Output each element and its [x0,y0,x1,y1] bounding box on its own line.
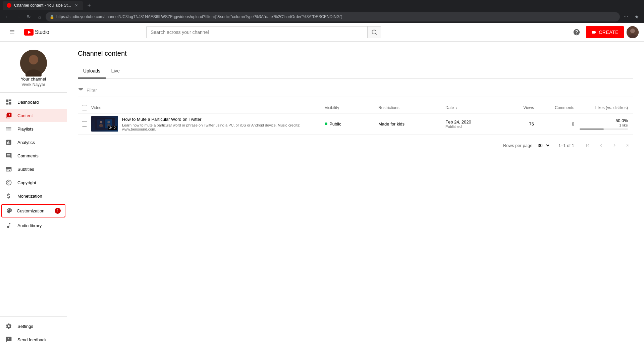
table-row: 3:12 How to Mute a Particular Word on Tw… [78,113,633,135]
hamburger-button[interactable]: ☰ [5,26,19,39]
search-icon [371,29,377,35]
sidebar-nav: Dashboard Content Playlists [0,93,67,316]
sidebar-item-subtitles[interactable]: Subtitles [0,162,67,176]
back-button[interactable]: ← [3,12,12,21]
sidebar-item-playlists[interactable]: Playlists [0,122,67,136]
svg-point-13 [100,121,103,123]
row-comments: 0 [539,121,580,127]
top-bar: ☰ Studio [0,23,644,42]
filter-bar [78,84,633,97]
sidebar-item-monetization[interactable]: Monetization [0,189,67,203]
tabs-bar: Uploads Live [78,64,633,79]
video-info: How to Mute a Particular Word on Twitter… [122,117,325,131]
sidebar-item-label-subtitles: Subtitles [17,167,61,172]
next-page-button[interactable] [609,140,620,151]
search-input-wrapper [146,26,381,38]
svg-point-8 [29,55,38,64]
thumbnail-duration: 3:12 [108,126,117,130]
browser-chrome: Channel content - YouTube St... ✕ + ← → … [0,0,644,23]
channel-info: Your channel Vivek Nayyar [0,42,67,93]
row-check [78,121,91,127]
customization-icon [6,207,13,214]
select-all-checkbox[interactable] [82,105,87,110]
tab-uploads[interactable]: Uploads [78,64,106,79]
sidebar-item-dashboard[interactable]: Dashboard [0,95,67,109]
forward-button[interactable]: → [13,12,23,21]
content-icon [5,112,12,119]
row-views: 76 [506,121,539,127]
last-page-button[interactable] [623,140,633,151]
refresh-button[interactable]: ↻ [24,12,34,21]
prev-page-button[interactable] [596,140,606,151]
create-button[interactable]: CREATE [586,26,624,38]
send-feedback-icon [5,336,12,343]
rows-per-page-select[interactable]: 30 50 100 [536,143,550,148]
sidebar-item-settings[interactable]: Settings [0,319,67,333]
header-visibility: Visibility [325,105,378,110]
bookmark-button[interactable]: ★ [632,12,641,21]
studio-logo-text: Studio [35,29,49,35]
tab-close-button[interactable]: ✕ [74,3,79,8]
search-button[interactable] [367,26,381,38]
tab-live[interactable]: Live [106,64,125,79]
svg-point-15 [107,121,110,123]
sidebar-item-customization[interactable]: Customization 1 [1,204,65,217]
search-input[interactable] [147,27,367,38]
visibility-dot [325,122,327,125]
header-date-label: Date [445,105,454,110]
page-title: Channel content [78,50,633,57]
create-label: CREATE [599,30,619,35]
monetization-icon [5,193,12,199]
new-tab-button[interactable]: + [85,1,94,10]
likes-fill [580,129,604,130]
logo-area[interactable]: Studio [24,29,49,36]
extensions-button[interactable]: ⋯ [621,12,631,21]
header-date[interactable]: Date ↓ [445,105,506,110]
help-button[interactable] [570,26,583,39]
sidebar-item-audio-library[interactable]: Audio library [0,219,67,232]
address-bar[interactable]: 🔒 https://studio.youtube.com/channel/UC3… [46,12,620,21]
hamburger-icon: ☰ [9,29,15,36]
video-desc: Learn how to mute a particular word or p… [122,123,325,131]
pagination-bar: Rows per page: 30 50 100 1–1 of 1 [78,135,633,156]
customization-badge: 1 [55,208,61,214]
svg-line-3 [375,33,376,34]
svg-point-14 [99,124,103,127]
row-video: 3:12 How to Mute a Particular Word on Tw… [91,116,325,132]
browser-actions: ⋯ ★ [621,12,641,21]
browser-tab-active[interactable]: Channel content - YouTube St... ✕ [3,1,83,10]
filter-input[interactable] [87,88,633,93]
home-button[interactable]: ⌂ [35,12,44,21]
sidebar-item-copyright[interactable]: Copyright [0,176,67,189]
audio-library-icon [5,222,12,229]
header-comments: Comments [539,105,580,110]
first-page-button[interactable] [582,140,593,151]
tab-bar: Channel content - YouTube St... ✕ + [0,0,644,11]
row-checkbox[interactable] [82,121,87,127]
sidebar-item-send-feedback[interactable]: Send feedback [0,333,67,346]
sidebar-item-label-monetization: Monetization [17,194,61,199]
settings-icon [5,323,12,330]
header-video: Video [91,105,325,110]
lock-icon: 🔒 [50,15,54,19]
user-avatar[interactable] [627,26,639,38]
likes-count: 1 like [580,123,628,127]
youtube-logo-icon [24,29,34,36]
row-date: Feb 24, 2020 Published [445,119,506,129]
copyright-icon [5,179,12,186]
sidebar-item-label-comments: Comments [17,153,61,158]
rows-per-page-label: Rows per page: [503,143,534,148]
channel-handle: Vivek Nayyar [21,82,45,87]
sidebar-item-comments[interactable]: Comments [0,149,67,162]
filter-icon[interactable] [78,87,84,94]
tab-title: Channel content - YouTube St... [14,3,71,8]
sidebar-item-content[interactable]: Content [0,109,67,122]
row-likes: 50.0% 1 like [580,118,633,130]
sidebar-item-label-copyright: Copyright [17,180,61,185]
table-container: Video Visibility Restrictions Date ↓ Vie… [78,102,633,135]
page-range: 1–1 of 1 [558,143,574,148]
sort-icon: ↓ [455,105,457,110]
channel-avatar[interactable] [20,50,47,77]
sidebar-item-analytics[interactable]: Analytics [0,136,67,149]
video-thumbnail[interactable]: 3:12 [91,116,118,132]
